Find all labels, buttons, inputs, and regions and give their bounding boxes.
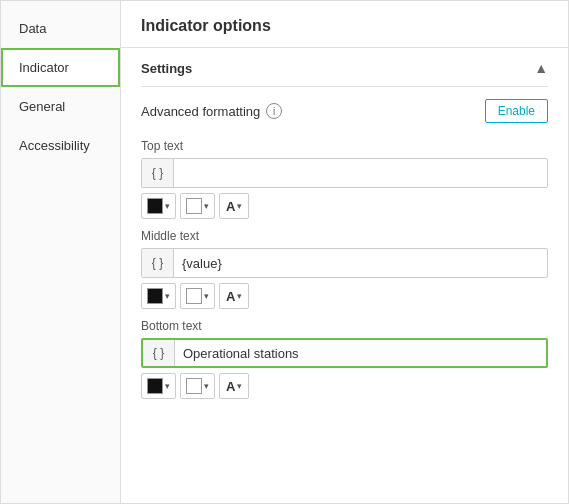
sidebar-item-general[interactable]: General bbox=[1, 87, 120, 126]
middle-text-font-arrow: ▾ bbox=[237, 291, 242, 301]
bottom-text-font-color-button[interactable]: ▾ bbox=[141, 373, 176, 399]
bottom-text-font-color-arrow: ▾ bbox=[165, 381, 170, 391]
middle-text-font-icon: A bbox=[226, 289, 235, 304]
top-text-bg-color-button[interactable]: ▾ bbox=[180, 193, 215, 219]
top-text-font-button[interactable]: A ▾ bbox=[219, 193, 249, 219]
bottom-text-group: Bottom text { } ▾ ▾ bbox=[141, 319, 548, 399]
bottom-text-toolbar: ▾ ▾ A ▾ bbox=[141, 373, 548, 399]
collapse-button[interactable]: ▲ bbox=[534, 60, 548, 76]
bottom-text-curly-button[interactable]: { } bbox=[143, 340, 175, 366]
top-text-group: Top text { } ▾ ▾ bbox=[141, 139, 548, 219]
sidebar-item-data[interactable]: Data bbox=[1, 9, 120, 48]
middle-text-toolbar: ▾ ▾ A ▾ bbox=[141, 283, 548, 309]
middle-text-font-button[interactable]: A ▾ bbox=[219, 283, 249, 309]
middle-text-bg-color-arrow: ▾ bbox=[204, 291, 209, 301]
bottom-text-font-arrow: ▾ bbox=[237, 381, 242, 391]
top-text-font-icon: A bbox=[226, 199, 235, 214]
bottom-text-bg-color-button[interactable]: ▾ bbox=[180, 373, 215, 399]
section-title: Settings bbox=[141, 61, 192, 76]
advanced-label-group: Advanced formatting i bbox=[141, 103, 282, 119]
middle-text-font-color-swatch bbox=[147, 288, 163, 304]
app-container: Data Indicator General Accessibility Ind… bbox=[0, 0, 569, 504]
bottom-text-input[interactable] bbox=[175, 346, 546, 361]
bottom-text-font-color-swatch bbox=[147, 378, 163, 394]
settings-section: Settings ▲ Advanced formatting i Enable … bbox=[121, 48, 568, 409]
info-icon[interactable]: i bbox=[266, 103, 282, 119]
bottom-text-label: Bottom text bbox=[141, 319, 548, 333]
middle-text-font-color-arrow: ▾ bbox=[165, 291, 170, 301]
top-text-font-arrow: ▾ bbox=[237, 201, 242, 211]
bottom-text-input-row: { } bbox=[141, 338, 548, 368]
middle-text-bg-color-swatch bbox=[186, 288, 202, 304]
top-text-input[interactable] bbox=[174, 166, 547, 181]
top-text-font-color-arrow: ▾ bbox=[165, 201, 170, 211]
middle-text-input-row: { } bbox=[141, 248, 548, 278]
bottom-text-font-icon: A bbox=[226, 379, 235, 394]
top-text-bg-color-swatch bbox=[186, 198, 202, 214]
middle-text-curly-button[interactable]: { } bbox=[142, 249, 174, 277]
sidebar-item-accessibility[interactable]: Accessibility bbox=[1, 126, 120, 165]
main-panel: Indicator options Settings ▲ Advanced fo… bbox=[121, 1, 568, 503]
panel-title: Indicator options bbox=[121, 1, 568, 48]
middle-text-input[interactable] bbox=[174, 256, 547, 271]
middle-text-bg-color-button[interactable]: ▾ bbox=[180, 283, 215, 309]
top-text-label: Top text bbox=[141, 139, 548, 153]
top-text-input-row: { } bbox=[141, 158, 548, 188]
top-text-bg-color-arrow: ▾ bbox=[204, 201, 209, 211]
sidebar: Data Indicator General Accessibility bbox=[1, 1, 121, 503]
advanced-formatting-label: Advanced formatting bbox=[141, 104, 260, 119]
bottom-text-bg-color-arrow: ▾ bbox=[204, 381, 209, 391]
enable-button[interactable]: Enable bbox=[485, 99, 548, 123]
top-text-curly-button[interactable]: { } bbox=[142, 159, 174, 187]
sidebar-item-indicator[interactable]: Indicator bbox=[1, 48, 120, 87]
bottom-text-font-button[interactable]: A ▾ bbox=[219, 373, 249, 399]
middle-text-label: Middle text bbox=[141, 229, 548, 243]
top-text-font-color-button[interactable]: ▾ bbox=[141, 193, 176, 219]
top-text-font-color-swatch bbox=[147, 198, 163, 214]
bottom-text-bg-color-swatch bbox=[186, 378, 202, 394]
middle-text-font-color-button[interactable]: ▾ bbox=[141, 283, 176, 309]
advanced-formatting-row: Advanced formatting i Enable bbox=[141, 87, 548, 131]
middle-text-group: Middle text { } ▾ ▾ bbox=[141, 229, 548, 309]
top-text-toolbar: ▾ ▾ A ▾ bbox=[141, 193, 548, 219]
section-header: Settings ▲ bbox=[141, 48, 548, 87]
